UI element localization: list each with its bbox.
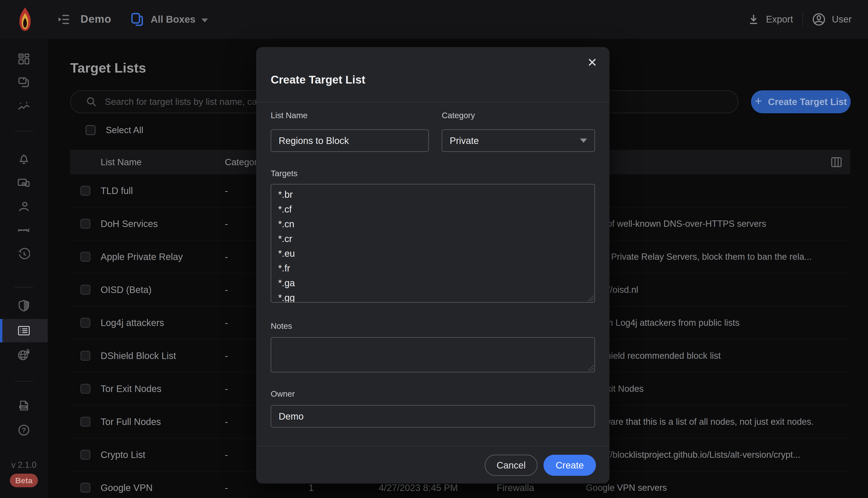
notes-label: Notes (271, 321, 292, 331)
topbar-actions: Export User (748, 0, 852, 39)
targets-textarea[interactable]: *.br *.cf *.cn *.cr *.eu *.fr *.ga *.gg (271, 184, 595, 302)
page-title: Target Lists (70, 60, 146, 76)
row-list-name: DShield Block List (90, 351, 221, 361)
row-checkbox[interactable] (80, 186, 90, 196)
sidebar-item-history[interactable] (0, 242, 48, 266)
dashboard-icon (18, 53, 30, 65)
row-notes: Be aware that this is a list of all node… (586, 417, 850, 427)
row-checkbox[interactable] (80, 252, 90, 262)
version-label: v 2.1.0 (0, 460, 48, 470)
box-selector[interactable]: All Boxes (130, 12, 208, 27)
chevron-down-icon (201, 18, 208, 23)
row-notes: Tor Exit Nodes (586, 384, 850, 394)
cancel-button[interactable]: Cancel (485, 455, 537, 476)
notes-textarea[interactable] (271, 338, 595, 372)
row-notes: Apple Private Relay Servers, block them … (586, 252, 850, 262)
modal-title: Create Target List (271, 73, 365, 86)
api-doc-icon: API (18, 400, 30, 412)
app-root: Demo All Boxes Export (0, 0, 868, 498)
row-checkbox[interactable] (80, 450, 90, 460)
person-icon (18, 201, 30, 213)
row-checkbox[interactable] (80, 483, 90, 493)
user-icon (812, 13, 825, 26)
header-notes-label[interactable]: Notes (586, 157, 831, 167)
category-selected-value: Private (450, 135, 580, 146)
row-owner: Firewalla (481, 483, 570, 493)
row-notes: Known Log4j attackers from public lists (586, 318, 850, 328)
row-list-name: Apple Private Relay (90, 252, 221, 262)
help-icon: ? (18, 424, 30, 436)
plus-icon: + (755, 95, 762, 107)
page-context-title: Demo (80, 13, 111, 25)
sidebar-item-boxes[interactable] (0, 71, 48, 94)
sidebar-item-security[interactable] (0, 294, 48, 317)
select-all-checkbox[interactable] (85, 125, 95, 135)
row-list-name: Google VPN (90, 483, 221, 493)
sidebar-item-alarms[interactable] (0, 147, 48, 171)
header-list-name[interactable]: List Name (90, 157, 221, 167)
row-checkbox[interactable] (80, 384, 90, 394)
boxes-stack-icon (17, 76, 30, 89)
firewalla-logo-icon (18, 7, 32, 31)
category-label: Category (442, 111, 475, 120)
targets-label: Targets (271, 169, 298, 178)
sidebar-item-flows[interactable] (0, 218, 48, 242)
sidebar-item-api[interactable]: API (0, 394, 48, 418)
export-button[interactable]: Export (748, 14, 793, 25)
category-select[interactable]: Private (442, 129, 595, 152)
sidebar-collapse-icon[interactable] (57, 13, 70, 26)
header-notes: Notes (570, 157, 850, 168)
sidebar-item-vpn[interactable] (0, 343, 48, 366)
sidebar-item-dashboard[interactable] (0, 47, 48, 71)
devices-icon (17, 177, 30, 189)
create-target-list-button[interactable]: + Create Target List (751, 90, 851, 113)
row-notes: Google VPN servers (586, 483, 850, 493)
list-name-label: List Name (271, 111, 308, 120)
row-checkbox[interactable] (80, 417, 90, 427)
list-name-input[interactable] (271, 129, 429, 152)
select-all-label: Select All (106, 125, 143, 135)
sidebar-item-target-lists[interactable] (0, 319, 48, 342)
row-notes: https://oisd.nl (586, 285, 850, 295)
row-checkbox[interactable] (80, 285, 90, 294)
modal-footer-divider (256, 446, 610, 446)
sidebar-item-trends[interactable] (0, 95, 48, 118)
sidebar-item-help[interactable]: ? (0, 418, 48, 442)
sidebar-item-users[interactable] (0, 195, 48, 219)
active-indicator (0, 319, 2, 342)
row-list-name: DoH Services (90, 219, 221, 229)
select-caret-icon (580, 139, 587, 143)
boxes-icon (130, 12, 145, 27)
beta-badge: Beta (10, 474, 38, 487)
row-list-name: Log4j attackers (90, 317, 221, 328)
create-target-list-modal: ✕ Create Target List List Name Category … (256, 47, 610, 484)
sidebar-divider (14, 131, 33, 131)
user-label: User (832, 14, 852, 25)
bell-icon (18, 153, 30, 165)
row-list-name: Crypto List (90, 449, 221, 460)
svg-text:API: API (21, 406, 26, 409)
search-icon (86, 96, 97, 107)
row-checkbox[interactable] (80, 351, 90, 361)
owner-label: Owner (271, 389, 295, 398)
row-last-updated: 4/27/2023 8:45 PM (364, 483, 481, 493)
columns-config-icon[interactable] (831, 157, 842, 168)
export-label: Export (766, 14, 793, 25)
row-list-name: Tor Exit Nodes (90, 383, 221, 394)
create-button[interactable]: Create (544, 455, 596, 476)
sidebar-divider (14, 381, 33, 381)
target-list-icon (17, 325, 30, 336)
row-checkbox[interactable] (80, 219, 90, 228)
svg-text:?: ? (22, 426, 26, 434)
history-clock-icon (18, 248, 30, 260)
row-checkbox[interactable] (80, 318, 90, 328)
sidebar-divider (14, 287, 33, 287)
create-target-list-label: Create Target List (768, 97, 847, 107)
modal-header-divider (256, 102, 610, 102)
row-list-name: TLD full (90, 186, 221, 196)
sidebar-item-devices[interactable] (0, 171, 48, 195)
user-menu[interactable]: User (812, 13, 852, 26)
shield-icon (18, 300, 30, 312)
close-icon[interactable]: ✕ (587, 56, 597, 68)
owner-input[interactable] (271, 405, 595, 428)
